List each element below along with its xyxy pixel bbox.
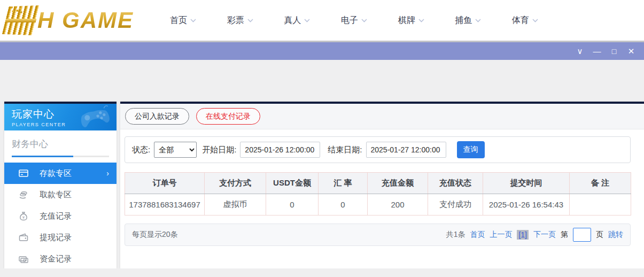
main-nav: 首页 彩票 真人 电子 棋牌 捕鱼 (170, 0, 538, 41)
chevron-down-icon (418, 19, 424, 22)
end-date-input[interactable] (366, 142, 446, 158)
jump-button[interactable]: 跳转 (608, 230, 623, 240)
main-area: 玩家中心 PLAYERS CENTER 财务中心 (0, 102, 644, 268)
sidebar-item-label: 资金记录 (40, 254, 72, 264)
col-header-usdt-amount: USDT金额 (266, 173, 319, 194)
nav-item-chess[interactable]: 棋牌 (398, 15, 424, 26)
table-row: 1737881683134697 虚拟币 0 0 200 支付成功 2025-0… (125, 194, 631, 216)
sidebar-item-withdrawal-records[interactable]: 提现记录 (4, 227, 117, 248)
spacer-band (0, 60, 644, 102)
table-header-row: 订单号 支付方式 USDT金额 汇 率 充值金额 充值状态 提交时间 备 注 (125, 173, 631, 194)
next-page-link[interactable]: 下一页 (533, 230, 556, 240)
cell-recharge-amount: 200 (368, 194, 428, 216)
nav-item-sports[interactable]: 体育 (512, 15, 538, 26)
chevron-down-icon (190, 19, 196, 22)
tab-online-payment-records[interactable]: 在线支付记录 (196, 108, 260, 125)
money-bag-icon: ¥ (18, 211, 29, 221)
logo-text: H GAME (37, 4, 134, 36)
col-header-rate: 汇 率 (319, 173, 368, 194)
nav-item-home[interactable]: 首页 (170, 15, 196, 26)
end-date-label: 结束日期: (328, 145, 362, 155)
chevron-down-icon (361, 19, 367, 22)
sidebar-item-deposit-zone[interactable]: 存款专区 › (4, 163, 117, 184)
cell-order-id: 1737881683134697 (125, 194, 205, 216)
first-page-link[interactable]: 首页 (470, 230, 485, 240)
records-table: 订单号 支付方式 USDT金额 汇 率 充值金额 充值状态 提交时间 备 注 1… (125, 172, 631, 216)
window-titlebar: ∨ — □ ✕ (0, 41, 644, 60)
app-header: H GAME 首页 彩票 真人 电子 棋牌 (0, 0, 644, 41)
pagination-bar: 每页显示20条 共1条 首页 上一页 [1] 下一页 第 页 跳转 (125, 224, 631, 246)
nav-item-live[interactable]: 真人 (284, 15, 310, 26)
nav-item-lottery[interactable]: 彩票 (227, 15, 253, 26)
prev-page-link[interactable]: 上一页 (490, 230, 512, 240)
jump-prefix-label: 第 (561, 230, 568, 240)
filter-bar: 状态: 全部 开始日期: 结束日期: 查询 (125, 136, 631, 163)
cell-submit-time: 2025-01-26 16:54:43 (483, 194, 570, 216)
chevron-down-icon (532, 19, 538, 22)
current-page-indicator: [1] (517, 230, 529, 240)
col-header-order-id: 订单号 (125, 173, 205, 194)
cell-usdt-amount: 0 (266, 194, 319, 216)
minimize-button[interactable]: — (588, 42, 606, 60)
cell-rate: 0 (319, 194, 368, 216)
sidebar-item-recharge-records[interactable]: ¥ 充值记录 (4, 205, 117, 227)
players-center-header: 玩家中心 PLAYERS CENTER (4, 104, 117, 130)
nav-item-fishing[interactable]: 捕鱼 (455, 15, 481, 26)
chevron-down-icon: ∨ (577, 47, 583, 55)
sidebar-item-withdraw-zone[interactable]: 取款专区 (4, 184, 117, 205)
withdraw-hand-icon (18, 189, 29, 200)
sidebar: 玩家中心 PLAYERS CENTER 财务中心 (4, 102, 117, 268)
sidebar-item-label: 充值记录 (40, 211, 72, 221)
cell-remark (570, 194, 631, 216)
maximize-icon: □ (612, 48, 616, 55)
window-controls: ∨ — □ ✕ (571, 42, 640, 60)
total-count-text: 共1条 (446, 230, 465, 240)
brand-logo: H GAME (5, 4, 134, 36)
svg-text:¥: ¥ (22, 216, 25, 220)
col-header-recharge-status: 充值状态 (428, 173, 483, 194)
maximize-button[interactable]: □ (606, 42, 623, 60)
chevron-right-icon: › (106, 169, 109, 178)
logo-stripes-icon (2, 5, 40, 35)
sidebar-item-label: 取款专区 (40, 190, 72, 200)
chevron-down-icon (304, 19, 310, 22)
status-select[interactable]: 全部 (154, 142, 197, 158)
deposit-card-icon (18, 168, 29, 179)
search-button[interactable]: 查询 (457, 141, 485, 158)
finance-center-section: 财务中心 (4, 130, 117, 157)
page-jump-input[interactable] (573, 228, 591, 242)
close-icon: ✕ (628, 47, 635, 55)
nav-item-slots[interactable]: 电子 (341, 15, 367, 26)
col-header-recharge-amount: 充值金额 (368, 173, 428, 194)
jump-suffix-label: 页 (596, 230, 603, 240)
cell-pay-method: 虚拟币 (205, 194, 266, 216)
status-label: 状态: (132, 145, 150, 155)
bottom-band (0, 268, 644, 277)
record-tabs: 公司入款记录 在线支付记录 (120, 104, 644, 129)
col-header-submit-time: 提交时间 (483, 173, 570, 194)
sidebar-menu: 存款专区 › 取款专区 ¥ 充值记录 (4, 163, 117, 270)
sidebar-item-funds-records[interactable]: 资金记录 (4, 248, 117, 270)
cell-recharge-status: 支付成功 (428, 194, 483, 216)
close-button[interactable]: ✕ (623, 42, 640, 60)
content-panel: 公司入款记录 在线支付记录 状态: 全部 开始日期: 结束日期: 查询 订单号 (120, 102, 644, 268)
minimize-icon: — (593, 47, 601, 55)
sidebar-item-label: 存款专区 (40, 168, 72, 179)
chevron-down-icon (475, 19, 481, 22)
start-date-label: 开始日期: (202, 145, 236, 155)
app-window: H GAME 首页 彩票 真人 电子 棋牌 (0, 0, 644, 277)
wallet-icon (18, 232, 29, 243)
page-size-text: 每页显示20条 (132, 230, 178, 240)
tab-company-deposit-records[interactable]: 公司入款记录 (125, 108, 189, 125)
sidebar-item-label: 提现记录 (40, 233, 72, 243)
banknotes-icon (18, 253, 29, 264)
finance-center-label: 财务中心 (12, 138, 109, 156)
chevron-down-icon (247, 19, 253, 22)
section-underline (12, 156, 109, 157)
window-dropdown-button[interactable]: ∨ (571, 42, 588, 60)
col-header-remark: 备 注 (570, 173, 631, 194)
col-header-pay-method: 支付方式 (205, 173, 266, 194)
start-date-input[interactable] (240, 142, 320, 158)
